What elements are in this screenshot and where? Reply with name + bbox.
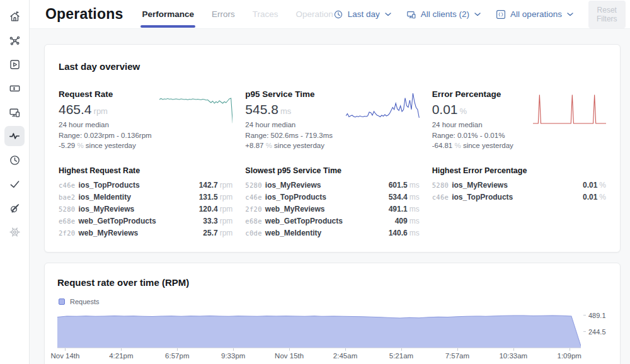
metric-title: p95 Service Time xyxy=(245,89,340,99)
clock-icon xyxy=(9,154,21,166)
x-axis-tick xyxy=(289,348,290,351)
operations-filter-value: All operations xyxy=(510,9,562,19)
list-item[interactable]: 5280ios_MyReviews0.01% xyxy=(432,179,606,191)
legend-requests[interactable]: Requests xyxy=(59,298,99,305)
list-title: Slowest p95 Service Time xyxy=(245,166,419,175)
x-axis-tick xyxy=(121,348,122,351)
rpm-chart-title: Request rate over time (RPM) xyxy=(57,277,607,288)
tab-operation[interactable]: Operation xyxy=(295,0,333,28)
x-axis-label: 6:57pm xyxy=(165,352,189,360)
metric-median: 24 hour median xyxy=(245,120,340,130)
devices-icon xyxy=(9,106,21,118)
metric-value: 545.8ms xyxy=(245,102,340,117)
list-item[interactable]: e68eweb_GetTopProducts33.3rpm xyxy=(59,215,232,227)
rpm-chart-plot[interactable] xyxy=(57,312,581,348)
sidebar-item-sessions[interactable] xyxy=(4,54,25,74)
clock-icon xyxy=(333,9,343,20)
metric-title: Request Rate xyxy=(59,89,153,99)
time-range-value: Last day xyxy=(348,9,380,19)
x-axis-label: 4:21pm xyxy=(109,352,133,360)
x-axis-label: 2:45am xyxy=(333,352,357,360)
list-item[interactable]: 2f20web_MyReviews491.1ms xyxy=(245,203,419,215)
x-axis-label: 7:57am xyxy=(445,352,469,360)
network-icon xyxy=(9,35,21,47)
metric-unit: rpm xyxy=(94,106,108,116)
app-window: Operations Performance Errors Traces Ope… xyxy=(0,0,630,364)
x-axis-tick xyxy=(570,348,570,351)
sidebar-item-home[interactable] xyxy=(4,6,25,26)
x-axis-label: 9:33pm xyxy=(221,352,245,360)
page-title: Operations xyxy=(45,6,123,23)
list-item[interactable]: c46eios_TopProducts142.7rpm xyxy=(59,179,232,191)
x-axis-label: Nov 15th xyxy=(275,352,304,360)
x-axis: Nov 14th4:21pm6:57pm9:33pmNov 15th2:45am… xyxy=(57,348,581,361)
x-axis-label: 1:09pm xyxy=(558,352,581,360)
metric-median: 24 hour median xyxy=(432,120,527,130)
overview-card: Last day overview Request Rate 465.4rpm … xyxy=(44,44,621,253)
metric-median: 24 hour median xyxy=(59,120,153,130)
list-item[interactable]: c0deweb_MeIdentity140.6ms xyxy=(245,227,419,239)
clients-filter-value: All clients (2) xyxy=(421,9,469,19)
chevron-down-icon xyxy=(567,13,573,16)
activity-pulse-icon xyxy=(8,130,21,142)
list-item[interactable]: 2f20web_MyReviews25.7rpm xyxy=(59,227,232,239)
overview-title: Last day overview xyxy=(59,61,606,72)
metric-unit: ms xyxy=(280,106,291,116)
top-lists-row: Highest Request Rate c46eios_TopProducts… xyxy=(59,166,606,239)
sidebar-item-performance[interactable] xyxy=(4,126,25,146)
list-item[interactable]: 5280ios_MyReviews120.4rpm xyxy=(59,203,232,215)
home-icon xyxy=(9,11,21,23)
metric-range: Range: 0.01% - 0.01% xyxy=(432,130,527,141)
time-range-filter[interactable]: Last day xyxy=(333,9,391,20)
list-item[interactable]: e68eweb_GetTopProducts409ms xyxy=(245,215,419,227)
p95-sparkline xyxy=(346,92,419,126)
list-highest-error: Highest Error Percentage 5280ios_MyRevie… xyxy=(432,166,606,239)
list-slowest-p95: Slowest p95 Service Time 5280ios_MyRevie… xyxy=(245,166,419,239)
x-axis-tick xyxy=(513,348,514,351)
rpm-chart: 489.1 244.5 xyxy=(57,312,607,348)
x-axis-label: 5:21am xyxy=(389,352,413,360)
reset-filters-button[interactable]: Reset Filters xyxy=(588,1,626,28)
clients-filter[interactable]: All clients (2) xyxy=(406,9,481,20)
metric-p95-service-time: p95 Service Time 545.8ms 24 hour median … xyxy=(245,89,419,151)
list-title: Highest Error Percentage xyxy=(432,166,606,175)
sidebar-item-history[interactable] xyxy=(4,150,25,170)
list-item[interactable]: c46eios_TopProducts534.4ms xyxy=(245,191,419,203)
filter-bar: Last day All clients (2) xyxy=(333,1,626,28)
list-item[interactable]: bae2ios_MeIdentity131.5rpm xyxy=(59,191,232,203)
metric-value: 0.01% xyxy=(432,102,527,117)
tab-performance[interactable]: Performance xyxy=(142,0,194,28)
metric-delta: -5.29 % since yesterday xyxy=(59,140,153,151)
metrics-row: Request Rate 465.4rpm 24 hour median Ran… xyxy=(59,89,606,151)
main-content: Last day overview Request Rate 465.4rpm … xyxy=(30,29,630,364)
metric-request-rate: Request Rate 465.4rpm 24 hour median Ran… xyxy=(59,89,232,151)
metric-range: Range: 0.023rpm - 0.136rpm xyxy=(59,130,153,141)
rpm-chart-card: Request rate over time (RPM) Requests 48… xyxy=(44,263,621,364)
metric-range: Range: 502.6ms - 719.3ms xyxy=(245,130,340,141)
sidebar xyxy=(0,0,30,364)
operations-filter[interactable]: All operations xyxy=(496,9,573,20)
sidebar-item-devices[interactable] xyxy=(4,102,25,122)
list-item[interactable]: 5280ios_MyReviews601.5ms xyxy=(245,179,419,191)
sidebar-item-settings[interactable] xyxy=(4,222,25,242)
tab-traces[interactable]: Traces xyxy=(253,0,278,28)
metric-error-percentage: Error Percentage 0.01% 24 hour median Ra… xyxy=(432,89,606,151)
error-sparkline xyxy=(533,92,606,126)
list-item[interactable]: c46eios_TopProducts0.01% xyxy=(432,191,606,203)
x-axis-tick xyxy=(345,348,346,351)
play-square-icon xyxy=(9,59,21,71)
sidebar-item-network[interactable] xyxy=(4,30,25,50)
y-axis-label: 489.1 xyxy=(583,312,606,319)
metric-delta: +8.87 % since yesterday xyxy=(245,140,340,151)
sidebar-item-checks[interactable] xyxy=(4,174,25,194)
tab-errors[interactable]: Errors xyxy=(212,0,235,28)
metric-title: Error Percentage xyxy=(432,89,527,99)
metric-delta: -64.81 % since yesterday xyxy=(432,140,527,151)
gear-icon xyxy=(9,226,21,238)
page-header: Operations Performance Errors Traces Ope… xyxy=(30,0,630,29)
sidebar-item-logs[interactable] xyxy=(4,78,25,98)
legend-label: Requests xyxy=(70,298,99,305)
devices-icon xyxy=(406,9,416,20)
x-axis-tick xyxy=(65,348,66,351)
sidebar-item-launch[interactable] xyxy=(4,198,25,218)
